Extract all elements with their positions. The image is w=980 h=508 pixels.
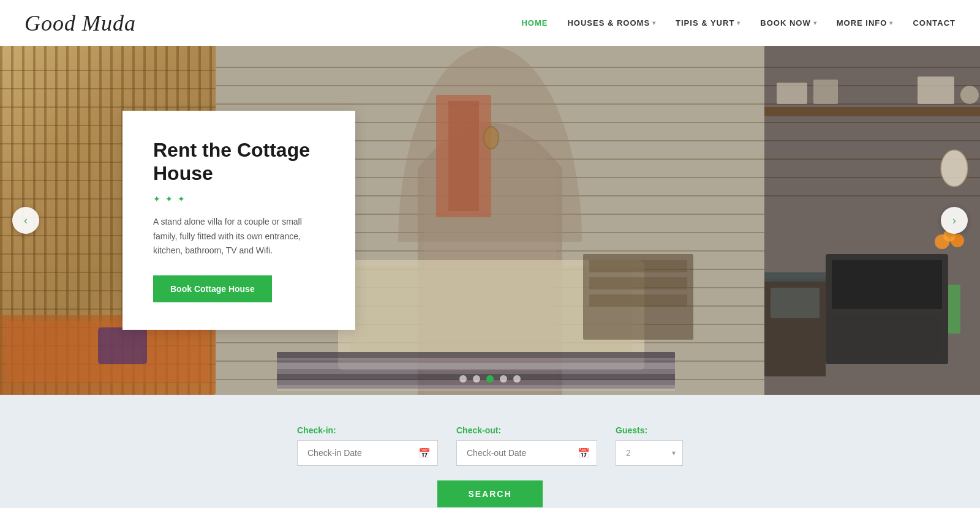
svg-point-44 [484,127,499,149]
slider-dot-1[interactable] [459,375,467,383]
slider-prev-button[interactable]: ‹ [12,207,39,234]
checkout-input[interactable] [456,440,597,466]
search-button[interactable]: SEARCH [437,480,542,507]
chevron-left-icon: ‹ [24,214,28,227]
guests-select-wrapper: 1 2 3 4 5 6 ▾ [616,440,683,466]
svg-rect-43 [448,101,479,211]
search-button-wrapper: SEARCH [437,476,542,507]
slide-description: A stand alone villa for a couple or smal… [153,215,325,258]
checkin-label: Check-in: [297,425,438,435]
slide-decorative-dots: ✦ ✦ ✦ [153,194,325,204]
hero-slider: Rent the Cottage House ✦ ✦ ✦ A stand alo… [0,46,980,395]
nav-item-contact[interactable]: CONTACT [913,18,956,28]
chevron-down-icon: ▾ [737,20,741,26]
guests-select[interactable]: 1 2 3 4 5 6 [616,440,683,466]
svg-rect-68 [918,77,954,104]
nav-item-home[interactable]: HOME [521,18,548,28]
slider-next-button[interactable]: › [941,207,968,234]
svg-rect-51 [277,385,675,391]
slider-dot-5[interactable] [513,375,521,383]
guests-group: Guests: 1 2 3 4 5 6 ▾ [616,425,683,466]
checkin-group: Check-in: 📅 [297,425,438,466]
chevron-down-icon: ▾ [813,20,817,26]
site-logo[interactable]: Good Muda [24,10,136,36]
checkout-label: Check-out: [456,425,597,435]
svg-rect-22 [98,327,147,364]
svg-rect-75 [764,272,826,282]
chevron-down-icon: ▾ [652,20,656,26]
svg-rect-49 [277,363,675,369]
svg-rect-42 [436,95,491,217]
checkin-input-wrapper: 📅 [297,440,438,466]
checkout-group: Check-out: 📅 [456,425,597,466]
slide-card: Rent the Cottage House ✦ ✦ ✦ A stand alo… [123,111,355,330]
nav-item-houses[interactable]: HOUSES & ROOMS ▾ [567,18,656,28]
svg-rect-19 [6,321,208,383]
booking-form: Check-in: 📅 Check-out: 📅 Guests: 1 2 3 4 [297,425,683,466]
svg-point-70 [941,150,968,187]
chevron-right-icon: › [952,214,956,227]
svg-rect-72 [832,260,942,309]
nav-item-booknow[interactable]: BOOK NOW ▾ [760,18,816,28]
svg-rect-53 [589,260,687,272]
checkout-input-wrapper: 📅 [456,440,597,466]
guests-label: Guests: [616,425,683,435]
chevron-down-icon: ▾ [889,20,893,26]
slider-dot-3[interactable] [486,375,494,383]
nav-item-moreinfo[interactable]: MORE INFO ▾ [837,18,894,28]
nav-item-tipis[interactable]: TIPIS & YURT ▾ [676,18,741,28]
header: Good Muda HOME HOUSES & ROOMS ▾ TIPIS & … [0,0,980,46]
svg-rect-48 [277,352,675,358]
svg-rect-76 [771,288,820,318]
checkin-input[interactable] [297,440,438,466]
svg-rect-73 [832,315,942,358]
main-nav: HOME HOUSES & ROOMS ▾ TIPIS & YURT ▾ BOO… [521,18,956,28]
book-cottage-button[interactable]: Book Cottage House [153,275,272,302]
slider-dot-4[interactable] [500,375,507,383]
svg-rect-67 [813,80,838,104]
svg-rect-55 [589,294,687,307]
slide-title: Rent the Cottage House [153,138,325,185]
svg-rect-77 [948,285,960,334]
slider-dot-2[interactable] [473,375,480,383]
svg-rect-65 [764,107,980,116]
booking-section: Check-in: 📅 Check-out: 📅 Guests: 1 2 3 4 [0,395,980,508]
slider-dots [459,375,521,383]
svg-rect-66 [777,83,807,104]
svg-rect-69 [960,86,979,104]
svg-rect-54 [589,277,687,289]
